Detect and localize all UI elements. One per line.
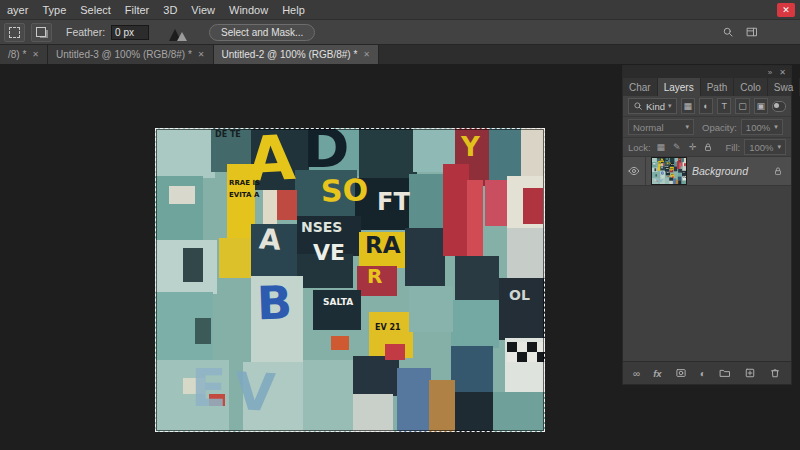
collage-patch bbox=[653, 163, 655, 165]
collage-patch bbox=[489, 128, 523, 180]
menu-item-help[interactable]: Help bbox=[275, 4, 312, 16]
triangle-light-icon bbox=[177, 32, 187, 41]
tab-close-icon[interactable]: ✕ bbox=[363, 50, 370, 59]
layer-thumbnail[interactable]: DE TEADRRAE ISEVITA ASOFTNSESAVERARSALTA… bbox=[652, 158, 686, 184]
panel-header-strip: » ✕ bbox=[623, 66, 791, 78]
fill-select[interactable]: 100% ▾ bbox=[744, 139, 786, 155]
panel-tab-list: CharLayersPathColoSwaProp bbox=[623, 78, 800, 96]
layer-name[interactable]: Background bbox=[692, 165, 773, 177]
document-tab-bar: /8) *✕Untitled-3 @ 100% (RGB/8#) *✕Untit… bbox=[0, 45, 800, 64]
tab-close-icon[interactable]: ✕ bbox=[32, 50, 39, 59]
chevron-down-icon: ▾ bbox=[685, 123, 689, 131]
collage-letter: SO bbox=[320, 175, 368, 207]
window-close-button[interactable]: ✕ bbox=[777, 3, 795, 17]
panel-tab-swa[interactable]: Swa bbox=[768, 78, 800, 96]
menu-item-view[interactable]: View bbox=[184, 4, 222, 16]
anti-alias-icon[interactable] bbox=[165, 24, 191, 41]
lock-icon bbox=[773, 166, 783, 176]
panel-tab-colo[interactable]: Colo bbox=[734, 78, 768, 96]
collage-letter: NSES bbox=[301, 220, 342, 234]
collage-patch bbox=[353, 394, 393, 432]
collage-patch bbox=[655, 174, 656, 176]
new-adjustment-layer-icon[interactable]: ◐ bbox=[700, 368, 706, 379]
lock-transparency-icon[interactable]: ▦ bbox=[655, 142, 667, 152]
blend-mode-value: Normal bbox=[633, 122, 664, 133]
collage-patch bbox=[527, 352, 537, 362]
filter-shape-icon[interactable]: ▢ bbox=[735, 98, 749, 114]
feather-input[interactable] bbox=[111, 25, 149, 40]
chevron-down-icon: ▾ bbox=[774, 123, 778, 131]
selection-mode-icon[interactable] bbox=[31, 23, 52, 42]
opacity-select[interactable]: 100% ▾ bbox=[741, 119, 783, 135]
collage-patch bbox=[523, 188, 543, 224]
collage-patch bbox=[451, 300, 499, 348]
delete-layer-icon[interactable] bbox=[769, 367, 781, 379]
collage-letter: SALTA bbox=[667, 173, 670, 174]
workspace-icon[interactable] bbox=[746, 26, 758, 38]
document-tab[interactable]: Untitled-2 @ 100% (RGB/8#) *✕ bbox=[214, 45, 379, 64]
lock-position-icon[interactable]: ✛ bbox=[687, 142, 699, 152]
filter-kind-label: Kind bbox=[646, 101, 665, 112]
search-icon[interactable] bbox=[722, 26, 734, 38]
collage-letter: VE bbox=[666, 168, 669, 170]
document-tab[interactable]: /8) *✕ bbox=[0, 45, 48, 64]
menu-items: ayerTypeSelectFilter3DViewWindowHelp bbox=[0, 4, 312, 16]
layer-style-icon[interactable]: fx bbox=[653, 368, 661, 379]
select-and-mask-button[interactable]: Select and Mask... bbox=[209, 24, 315, 41]
collage-patch bbox=[443, 164, 469, 256]
menu-item-filter[interactable]: Filter bbox=[118, 4, 156, 16]
layer-row-background[interactable]: DE TEADRRAE ISEVITA ASOFTNSESAVERARSALTA… bbox=[623, 157, 791, 186]
filter-kind-select[interactable]: Kind ▾ bbox=[628, 98, 677, 114]
filter-pixel-icon[interactable]: ▦ bbox=[681, 98, 695, 114]
menu-item-3d[interactable]: 3D bbox=[156, 4, 184, 16]
new-group-icon[interactable] bbox=[719, 367, 731, 379]
collage-letter: V bbox=[659, 178, 663, 183]
collage-patch bbox=[451, 392, 495, 432]
window-controls: ✕ bbox=[777, 3, 795, 17]
collage-letter: EV 21 bbox=[671, 175, 673, 176]
lock-all-icon[interactable] bbox=[703, 142, 713, 152]
panel-close-icon[interactable]: ✕ bbox=[779, 68, 786, 77]
tab-label: /8) * bbox=[8, 49, 26, 60]
tool-preset-icon[interactable] bbox=[4, 23, 25, 42]
collage-letter: RRAE IS bbox=[229, 180, 260, 187]
link-layers-icon[interactable]: ∞ bbox=[633, 368, 640, 379]
collage-patch bbox=[537, 352, 545, 362]
filter-smart-object-icon[interactable]: ▣ bbox=[754, 98, 768, 114]
panel-tab-path[interactable]: Path bbox=[701, 78, 735, 96]
new-layer-icon[interactable] bbox=[744, 367, 756, 379]
layers-filter-row: Kind ▾ ▦ ◐ T ▢ ▣ bbox=[623, 96, 791, 117]
panel-group: » ✕ CharLayersPathColoSwaProp ≡ Kind ▾ ▦… bbox=[623, 66, 791, 384]
filter-adjustment-icon[interactable]: ◐ bbox=[699, 98, 713, 114]
menu-item-ayer[interactable]: ayer bbox=[0, 4, 35, 16]
lock-pixels-icon[interactable]: ✎ bbox=[671, 142, 683, 152]
blend-mode-select[interactable]: Normal ▾ bbox=[628, 119, 694, 135]
collage-letter: R bbox=[670, 170, 671, 172]
panel-tab-char[interactable]: Char bbox=[623, 78, 658, 96]
tab-close-icon[interactable]: ✕ bbox=[198, 50, 205, 59]
collage-letter: OL bbox=[683, 172, 685, 173]
filter-toggle[interactable] bbox=[772, 101, 786, 112]
menu-item-window[interactable]: Window bbox=[222, 4, 275, 16]
lock-label: Lock: bbox=[628, 142, 651, 153]
eye-icon bbox=[628, 165, 640, 177]
menu-item-select[interactable]: Select bbox=[73, 4, 118, 16]
collage-letter: VE bbox=[313, 242, 345, 264]
collage-patch bbox=[667, 176, 669, 177]
document-canvas[interactable]: DE TEADRRAE ISEVITA ASOFTNSESAVERARSALTA… bbox=[155, 128, 545, 432]
collage-patch bbox=[429, 380, 455, 432]
document-tab[interactable]: Untitled-3 @ 100% (RGB/8#) *✕ bbox=[48, 45, 213, 64]
collapse-panels-icon[interactable]: » bbox=[768, 68, 772, 77]
panel-tab-layers[interactable]: Layers bbox=[658, 78, 701, 96]
collage-letter: Y bbox=[679, 159, 681, 161]
filter-type-icon[interactable]: T bbox=[717, 98, 731, 114]
collage-patch bbox=[517, 352, 527, 362]
layer-visibility-toggle[interactable] bbox=[623, 157, 646, 185]
collage-patch bbox=[507, 228, 545, 280]
menu-bar: ayerTypeSelectFilter3DViewWindowHelp ✕ bbox=[0, 0, 800, 20]
collage-letter: B bbox=[661, 171, 664, 175]
add-layer-mask-icon[interactable] bbox=[675, 367, 687, 379]
chevron-down-icon: ▾ bbox=[777, 143, 781, 151]
collage-letter: R bbox=[367, 266, 382, 286]
menu-item-type[interactable]: Type bbox=[35, 4, 73, 16]
